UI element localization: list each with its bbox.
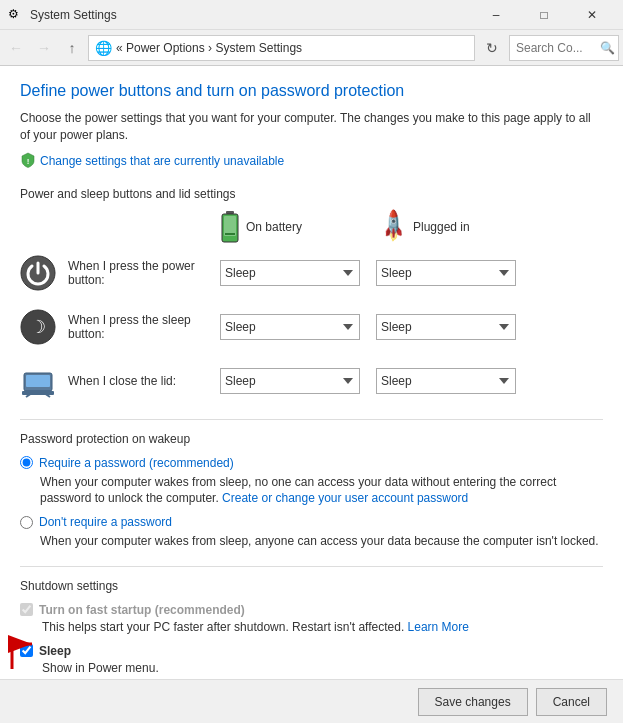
dont-require-password-label[interactable]: Don't require a password xyxy=(20,515,603,529)
battery-icon xyxy=(220,211,240,243)
svg-rect-10 xyxy=(26,375,50,387)
learn-more-link[interactable]: Learn More xyxy=(408,620,469,634)
shield-icon: ! xyxy=(20,152,36,171)
column-headers: On battery 🚀 Plugged in xyxy=(20,211,603,243)
lid-on-battery-select[interactable]: Sleep Do nothing Hibernate Shut down Tur… xyxy=(220,368,360,394)
password-section: Password protection on wakeup Require a … xyxy=(20,432,603,550)
page-title: Define power buttons and turn on passwor… xyxy=(20,82,603,100)
power-button-on-battery-select[interactable]: Sleep Do nothing Hibernate Shut down Tur… xyxy=(220,260,360,286)
breadcrumb-text: « Power Options › System Settings xyxy=(116,41,302,55)
require-password-label[interactable]: Require a password (recommended) xyxy=(20,456,603,470)
sleep-button-row: ☽ When I press the sleep button: Sleep D… xyxy=(20,305,603,349)
require-password-radio[interactable] xyxy=(20,456,33,469)
plugged-in-label: Plugged in xyxy=(413,220,470,234)
power-button-label: When I press the power button: xyxy=(68,259,220,287)
power-sleep-section: Power and sleep buttons and lid settings… xyxy=(20,187,603,403)
require-password-option: Require a password (recommended) When yo… xyxy=(20,456,603,508)
search-icon: 🔍 xyxy=(600,41,615,55)
window-controls: – □ ✕ xyxy=(473,0,615,30)
power-section-label: Power and sleep buttons and lid settings xyxy=(20,187,603,201)
fast-startup-label[interactable]: Turn on fast startup (recommended) xyxy=(20,603,603,617)
maximize-button[interactable]: □ xyxy=(521,0,567,30)
create-password-link[interactable]: Create or change your user account passw… xyxy=(222,491,468,505)
lid-icon xyxy=(20,363,56,399)
shutdown-section-label: Shutdown settings xyxy=(20,579,603,593)
lid-row: When I close the lid: Sleep Do nothing H… xyxy=(20,359,603,403)
search-box: 🔍 xyxy=(509,35,619,61)
power-button-icon xyxy=(20,255,56,291)
sleep-checkbox-label[interactable]: Sleep xyxy=(20,644,603,658)
fast-startup-desc: This helps start your PC faster after sh… xyxy=(20,619,603,636)
footer: Save changes Cancel xyxy=(0,679,623,723)
divider-1 xyxy=(20,419,603,420)
app-icon: ⚙ xyxy=(8,7,24,23)
dont-require-password-radio[interactable] xyxy=(20,516,33,529)
dont-require-password-option: Don't require a password When your compu… xyxy=(20,515,603,550)
sleep-button-icon: ☽ xyxy=(20,309,56,345)
sleep-item: Sleep Show in Power menu. xyxy=(20,644,603,677)
require-password-text: Require a password (recommended) xyxy=(39,456,234,470)
page-description: Choose the power settings that you want … xyxy=(20,110,603,144)
cancel-button[interactable]: Cancel xyxy=(536,688,607,716)
up-button[interactable]: ↑ xyxy=(60,36,84,60)
globe-icon: 🌐 xyxy=(95,40,112,56)
lid-plugged-select[interactable]: Sleep Do nothing Hibernate Shut down Tur… xyxy=(376,368,516,394)
red-arrow xyxy=(2,624,57,674)
dont-require-password-desc: When your computer wakes from sleep, any… xyxy=(20,533,603,550)
close-button[interactable]: ✕ xyxy=(569,0,615,30)
plugged-in-header: 🚀 Plugged in xyxy=(380,214,540,240)
address-path[interactable]: 🌐 « Power Options › System Settings xyxy=(88,35,475,61)
change-settings-label: Change settings that are currently unava… xyxy=(40,154,284,168)
lid-label: When I close the lid: xyxy=(68,374,220,388)
sleep-button-on-battery-select[interactable]: Sleep Do nothing Hibernate Shut down Tur… xyxy=(220,314,360,340)
fast-startup-text: Turn on fast startup (recommended) xyxy=(39,603,245,617)
power-button-row: When I press the power button: Sleep Do … xyxy=(20,251,603,295)
svg-rect-11 xyxy=(22,391,54,395)
address-bar: ← → ↑ 🌐 « Power Options › System Setting… xyxy=(0,30,623,66)
svg-text:!: ! xyxy=(27,156,30,165)
dont-require-password-text: Don't require a password xyxy=(39,515,172,529)
main-content: Define power buttons and turn on passwor… xyxy=(0,66,623,723)
divider-2 xyxy=(20,566,603,567)
fast-startup-item: Turn on fast startup (recommended) This … xyxy=(20,603,603,636)
change-settings-link[interactable]: ! Change settings that are currently una… xyxy=(20,152,603,171)
title-bar: ⚙ System Settings – □ ✕ xyxy=(0,0,623,30)
on-battery-header: On battery xyxy=(220,211,380,243)
svg-text:☽: ☽ xyxy=(30,317,46,337)
refresh-button[interactable]: ↻ xyxy=(479,35,505,61)
sleep-button-plugged-select[interactable]: Sleep Do nothing Hibernate Shut down Tur… xyxy=(376,314,516,340)
save-changes-button[interactable]: Save changes xyxy=(418,688,528,716)
search-input[interactable] xyxy=(516,41,596,55)
plugged-icon: 🚀 xyxy=(375,208,412,245)
back-button[interactable]: ← xyxy=(4,36,28,60)
window-title: System Settings xyxy=(30,8,473,22)
require-password-desc: When your computer wakes from sleep, no … xyxy=(20,474,603,508)
on-battery-label: On battery xyxy=(246,220,302,234)
sleep-button-label: When I press the sleep button: xyxy=(68,313,220,341)
forward-button[interactable]: → xyxy=(32,36,56,60)
power-button-plugged-select[interactable]: Sleep Do nothing Hibernate Shut down Tur… xyxy=(376,260,516,286)
svg-rect-5 xyxy=(225,233,235,235)
sleep-checkbox-desc: Show in Power menu. xyxy=(20,660,603,677)
password-section-label: Password protection on wakeup xyxy=(20,432,603,446)
minimize-button[interactable]: – xyxy=(473,0,519,30)
fast-startup-checkbox[interactable] xyxy=(20,603,33,616)
